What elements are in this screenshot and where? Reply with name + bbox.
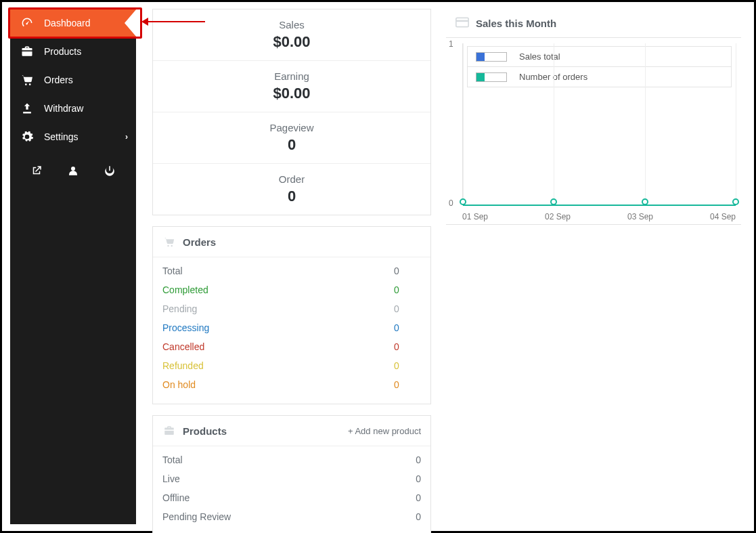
svg-point-0 (25, 83, 27, 85)
orders-onhold-label: On hold (162, 379, 196, 390)
orders-total-value: 0 (394, 265, 421, 276)
orders-completed-value: 0 (394, 284, 421, 295)
main-area: Sales $0.00 Earning $0.00 Pageview 0 Ord… (136, 9, 746, 524)
orders-completed-label: Completed (162, 284, 208, 295)
legend-item-orders[interactable]: Number of orders (468, 67, 731, 87)
power-icon[interactable] (101, 162, 118, 179)
orders-pending-value: 0 (394, 303, 421, 314)
chart-point-icon (460, 198, 466, 205)
stats-card: Sales $0.00 Earning $0.00 Pageview 0 Ord… (152, 9, 431, 215)
svg-rect-4 (456, 18, 468, 26)
chart-point-icon (732, 198, 739, 205)
gauge-icon (20, 16, 35, 30)
stat-label: Earning (153, 70, 430, 82)
products-total-label: Total (162, 454, 183, 465)
products-live-value: 0 (416, 473, 421, 484)
add-product-button[interactable]: + Add new product (348, 426, 421, 436)
sidebar-item-label: Products (44, 46, 81, 57)
chart-y-tick: 1 (449, 39, 453, 49)
cart-icon (20, 72, 35, 87)
orders-refunded-value: 0 (394, 360, 421, 371)
sidebar: Dashboard Products Orders Withdraw (10, 9, 136, 524)
sidebar-item-label: Orders (44, 74, 73, 85)
stat-order-value: 0 (153, 188, 430, 205)
legend-item-sales[interactable]: Sales total (468, 47, 731, 67)
orders-processing-value: 0 (394, 322, 421, 333)
stat-pageview-value: 0 (153, 136, 430, 154)
chart-y-tick: 0 (449, 198, 453, 208)
orders-cancelled-label: Cancelled (162, 341, 204, 352)
chart-x-tick: 03 Sep (627, 212, 653, 221)
briefcase-icon (20, 44, 35, 59)
upload-icon (20, 101, 35, 116)
products-offline-label: Offline (162, 492, 190, 503)
products-card: Products + Add new product Total0 Live0 … (152, 415, 431, 533)
sidebar-item-orders[interactable]: Orders (10, 66, 136, 94)
chart-legend: Sales total Number of orders (467, 46, 732, 87)
legend-swatch-icon (476, 52, 507, 62)
svg-rect-5 (456, 20, 468, 22)
products-offline-value: 0 (416, 492, 421, 503)
legend-swatch-icon (476, 72, 507, 82)
sidebar-item-settings[interactable]: Settings › (10, 123, 136, 151)
stat-sales-value: $0.00 (153, 33, 430, 51)
card-icon (455, 17, 469, 29)
svg-point-1 (29, 83, 31, 85)
orders-pending-label: Pending (162, 303, 197, 314)
card-title: Orders (183, 236, 421, 248)
stat-earning-value: $0.00 (153, 85, 430, 102)
sidebar-item-withdraw[interactable]: Withdraw (10, 94, 136, 123)
chart-title: Sales this Month (476, 18, 556, 29)
products-pending-value: 0 (416, 511, 421, 522)
sidebar-item-label: Dashboard (44, 18, 91, 28)
products-total-value: 0 (416, 454, 421, 465)
orders-processing-label: Processing (162, 322, 209, 333)
chart-card: Sales this Month 1 0 Sales total (446, 9, 741, 225)
external-link-icon[interactable] (28, 162, 45, 179)
orders-refunded-label: Refunded (162, 360, 204, 371)
orders-onhold-value: 0 (394, 379, 421, 390)
chart-point-icon (642, 198, 648, 205)
products-pending-label: Pending Review (162, 511, 231, 522)
briefcase-icon (162, 424, 176, 438)
sidebar-item-dashboard[interactable]: Dashboard (10, 9, 136, 37)
app-frame: Dashboard Products Orders Withdraw (0, 0, 756, 533)
stat-label: Pageview (153, 122, 430, 133)
cart-icon (162, 235, 176, 249)
orders-cancelled-value: 0 (394, 341, 421, 352)
chart-point-icon (550, 198, 557, 205)
chart-x-tick: 02 Sep (545, 212, 571, 221)
gear-icon (20, 129, 35, 144)
orders-card: Orders Total0 Completed0 Pending0 Proces… (152, 226, 431, 404)
stat-label: Order (153, 173, 430, 185)
stat-label: Sales (153, 19, 430, 30)
chart-line-series (463, 205, 736, 206)
chevron-right-icon: › (125, 132, 128, 142)
sidebar-item-products[interactable]: Products (10, 37, 136, 66)
products-live-label: Live (162, 473, 180, 484)
chart-x-tick: 01 Sep (462, 212, 488, 221)
chart-x-tick: 04 Sep (710, 212, 736, 221)
card-title: Products (183, 425, 348, 437)
sidebar-item-label: Settings (44, 131, 79, 142)
svg-point-2 (167, 245, 169, 247)
chart-plot-area: 1 0 Sales total Num (446, 37, 741, 224)
svg-point-3 (171, 245, 173, 247)
orders-total-label: Total (162, 265, 183, 276)
sidebar-item-label: Withdraw (44, 103, 83, 114)
user-icon[interactable] (64, 162, 82, 179)
